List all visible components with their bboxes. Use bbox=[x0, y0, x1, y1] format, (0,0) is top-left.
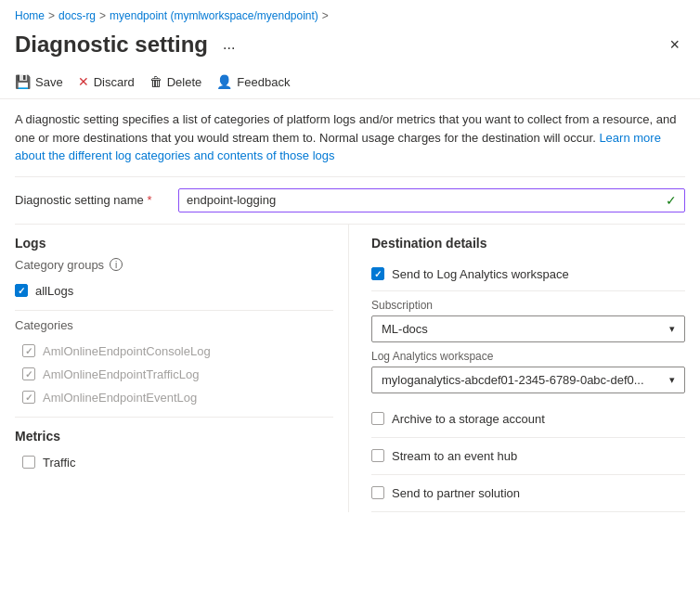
event-log-checkbox[interactable] bbox=[22, 391, 35, 404]
setting-name-input[interactable] bbox=[187, 193, 666, 207]
allLogs-row: allLogs bbox=[15, 279, 333, 302]
setting-name-input-wrapper: ✓ bbox=[178, 188, 685, 212]
workspace-dropdown-arrow-icon: ▾ bbox=[669, 374, 675, 386]
breadcrumb-endpoint[interactable]: myendpoint (mymlworkspace/myendpoint) bbox=[110, 9, 318, 22]
storage-account-row: Archive to a storage account bbox=[371, 401, 685, 438]
save-label: Save bbox=[35, 75, 63, 89]
subscription-dropdown[interactable]: ML-docs ▾ bbox=[371, 315, 685, 342]
subscription-dropdown-arrow-icon: ▾ bbox=[669, 323, 675, 335]
breadcrumb-home[interactable]: Home bbox=[15, 9, 45, 22]
metrics-section: Metrics Traffic bbox=[15, 429, 333, 474]
categories-section: AmlOnlineEndpointConsoleLog AmlOnlineEnd… bbox=[15, 340, 333, 409]
setting-name-row: Diagnostic setting name * ✓ bbox=[0, 177, 700, 224]
description-text: A diagnostic setting specifies a list of… bbox=[15, 112, 676, 145]
workspace-value: myloganalytics-abcdef01-2345-6789-0abc-d… bbox=[382, 373, 644, 387]
save-icon: 💾 bbox=[15, 74, 31, 89]
storage-account-label: Archive to a storage account bbox=[392, 412, 545, 426]
destination-section-title: Destination details bbox=[371, 236, 685, 251]
feedback-label: Feedback bbox=[237, 75, 290, 89]
breadcrumb-sep2: > bbox=[99, 9, 106, 22]
right-panel: Destination details Send to Log Analytic… bbox=[349, 225, 685, 512]
event-hub-checkbox[interactable] bbox=[371, 449, 384, 462]
event-hub-label: Stream to an event hub bbox=[392, 449, 517, 463]
list-item: AmlOnlineEndpointConsoleLog bbox=[15, 340, 333, 363]
breadcrumb: Home > docs-rg > myendpoint (mymlworkspa… bbox=[0, 0, 700, 28]
feedback-icon: 👤 bbox=[216, 74, 232, 89]
partner-solution-label: Send to partner solution bbox=[392, 486, 520, 500]
discard-icon: ✕ bbox=[78, 74, 89, 89]
close-button[interactable]: × bbox=[664, 34, 685, 55]
category-groups-subtitle: Category groups i bbox=[15, 258, 333, 272]
feedback-button[interactable]: 👤 Feedback bbox=[216, 71, 290, 93]
discard-button[interactable]: ✕ Discard bbox=[78, 71, 135, 93]
partner-solution-checkbox[interactable] bbox=[371, 486, 384, 499]
breadcrumb-sep1: > bbox=[48, 9, 55, 22]
metrics-section-title: Metrics bbox=[15, 429, 333, 444]
page-title: Diagnostic setting bbox=[15, 32, 208, 58]
ellipsis-button[interactable]: ... bbox=[217, 34, 240, 55]
traffic-label: Traffic bbox=[43, 456, 75, 470]
discard-label: Discard bbox=[94, 75, 135, 89]
traffic-checkbox[interactable] bbox=[22, 456, 35, 469]
workspace-field: Log Analytics workspace myloganalytics-a… bbox=[371, 350, 685, 393]
delete-label: Delete bbox=[167, 75, 202, 89]
logs-divider bbox=[15, 310, 333, 311]
breadcrumb-docs-rg[interactable]: docs-rg bbox=[58, 9, 96, 22]
workspace-dropdown[interactable]: myloganalytics-abcdef01-2345-6789-0abc-d… bbox=[371, 367, 685, 393]
traffic-row: Traffic bbox=[15, 451, 333, 474]
partner-solution-row: Send to partner solution bbox=[371, 475, 685, 512]
log-analytics-row: Send to Log Analytics workspace bbox=[371, 258, 685, 291]
left-panel: Logs Category groups i allLogs Categorie… bbox=[15, 225, 349, 512]
delete-icon: 🗑 bbox=[149, 74, 162, 89]
categories-subtitle: Categories bbox=[15, 318, 333, 332]
storage-account-checkbox[interactable] bbox=[371, 412, 384, 425]
toolbar: 💾 Save ✕ Discard 🗑 Delete 👤 Feedback bbox=[0, 65, 700, 99]
metrics-divider bbox=[15, 417, 333, 418]
event-hub-row: Stream to an event hub bbox=[371, 438, 685, 475]
description-box: A diagnostic setting specifies a list of… bbox=[0, 99, 700, 176]
subscription-label: Subscription bbox=[371, 299, 685, 312]
traffic-log-checkbox[interactable] bbox=[22, 367, 35, 380]
required-indicator: * bbox=[147, 193, 151, 207]
header: Diagnostic setting ... × bbox=[0, 28, 700, 65]
logs-section-title: Logs bbox=[15, 236, 333, 251]
event-log-label: AmlOnlineEndpointEventLog bbox=[43, 391, 197, 405]
list-item: AmlOnlineEndpointEventLog bbox=[15, 386, 333, 409]
save-button[interactable]: 💾 Save bbox=[15, 71, 63, 93]
setting-name-label: Diagnostic setting name * bbox=[15, 193, 163, 207]
delete-button[interactable]: 🗑 Delete bbox=[149, 71, 202, 93]
log-analytics-checkbox[interactable] bbox=[371, 267, 384, 280]
log-analytics-label: Send to Log Analytics workspace bbox=[392, 267, 569, 281]
console-log-checkbox[interactable] bbox=[22, 344, 35, 357]
allLogs-label: allLogs bbox=[35, 284, 73, 298]
breadcrumb-sep3: > bbox=[322, 9, 329, 22]
category-groups-info-icon[interactable]: i bbox=[110, 258, 123, 271]
console-log-label: AmlOnlineEndpointConsoleLog bbox=[43, 344, 211, 358]
main-content: Logs Category groups i allLogs Categorie… bbox=[0, 225, 700, 512]
subscription-value: ML-docs bbox=[382, 322, 428, 336]
subscription-field: Subscription ML-docs ▾ bbox=[371, 299, 685, 342]
traffic-log-label: AmlOnlineEndpointTrafficLog bbox=[43, 367, 199, 381]
list-item: AmlOnlineEndpointTrafficLog bbox=[15, 363, 333, 386]
valid-checkmark-icon: ✓ bbox=[666, 193, 677, 208]
workspace-label: Log Analytics workspace bbox=[371, 350, 685, 363]
allLogs-checkbox[interactable] bbox=[15, 284, 28, 297]
